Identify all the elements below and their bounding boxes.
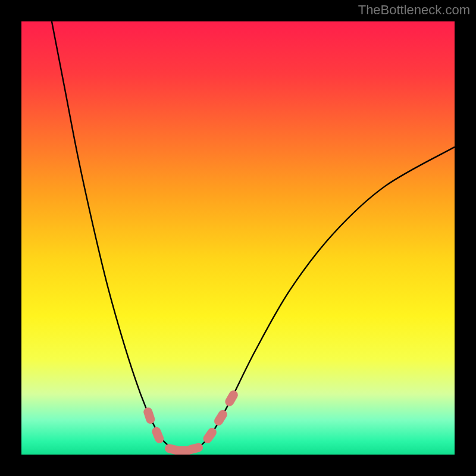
bottleneck-curve-svg [21,21,455,455]
markers-group [142,389,239,455]
marker-left-lower [151,425,165,444]
svg-rect-7 [212,408,229,427]
svg-rect-2 [151,425,165,444]
bottleneck-curve [52,21,455,451]
marker-left-upper [142,406,156,425]
svg-rect-5 [186,442,204,455]
chart-canvas: TheBottleneck.com [0,0,476,476]
svg-rect-1 [142,406,156,425]
watermark-text: TheBottleneck.com [358,2,470,18]
marker-right-upper [224,389,240,408]
marker-valley-3 [186,442,204,455]
marker-right-mid [212,408,229,427]
plot-area [21,21,455,455]
svg-rect-8 [224,389,240,408]
